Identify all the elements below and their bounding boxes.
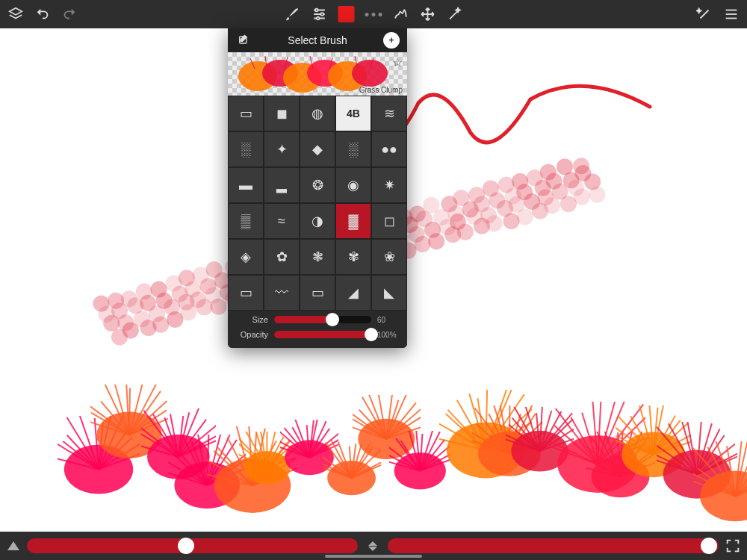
brush-cell[interactable]: ◉ <box>335 167 371 203</box>
brush-cell[interactable]: ░ <box>335 131 371 167</box>
fullscreen-icon[interactable] <box>725 538 741 554</box>
brush-cell[interactable]: ◆ <box>300 131 335 167</box>
brush-thumb-icon: ▬ <box>239 178 252 193</box>
opacity-slider-row: Opacity 100% <box>235 330 400 339</box>
brush-thumb-icon: ◆ <box>312 141 323 158</box>
svg-point-3 <box>315 9 318 12</box>
brush-thumb-icon: ░ <box>241 142 251 158</box>
size-slider[interactable] <box>274 316 371 323</box>
brush-cell[interactable]: ◢ <box>335 275 371 311</box>
favorite-star-icon[interactable]: ☆ <box>392 55 403 69</box>
undo-icon[interactable] <box>34 6 51 22</box>
brush-cell[interactable]: ◣ <box>371 275 407 311</box>
home-indicator <box>325 555 422 558</box>
brush-tool-icon[interactable] <box>285 6 301 22</box>
brush-preview-name: Grass Clump <box>359 86 403 94</box>
brush-thumb-icon: ▓ <box>348 214 358 229</box>
brush-cell[interactable]: ◻ <box>371 203 407 239</box>
brush-cell[interactable]: ✦ <box>264 131 300 167</box>
top-toolbar <box>0 0 747 28</box>
brush-thumb-icon: ▒ <box>241 214 251 229</box>
brush-thumb-icon: ◈ <box>241 249 251 265</box>
brush-cell[interactable]: ◼ <box>264 96 300 131</box>
brush-cell[interactable]: ▬ <box>228 167 264 203</box>
opacity-value: 100% <box>377 331 400 339</box>
redo-icon[interactable] <box>61 6 78 22</box>
brush-sliders: Size 60 Opacity 100% <box>228 311 407 348</box>
brush-picker-header: Select Brush + <box>228 28 407 52</box>
bottom-slider-right[interactable] <box>388 538 719 553</box>
brush-thumb-icon: ◼ <box>276 105 288 122</box>
svg-point-264 <box>700 471 747 522</box>
page-dots <box>365 13 382 16</box>
brush-cell[interactable]: ❃ <box>300 239 335 275</box>
brush-thumb-icon: ●● <box>381 142 397 158</box>
brush-thumb-icon: ▭ <box>240 105 252 122</box>
add-brush-icon[interactable]: + <box>383 32 400 49</box>
brush-thumb-icon: ▂ <box>276 177 287 193</box>
brush-thumb-icon: ▭ <box>240 284 252 301</box>
move-icon[interactable] <box>420 6 436 22</box>
brush-cell[interactable]: 4B <box>335 96 371 131</box>
size-label: Size <box>235 315 268 324</box>
wand-icon[interactable] <box>447 6 463 22</box>
brush-thumb-icon: ▭ <box>311 284 324 301</box>
brush-cell[interactable]: 〰 <box>264 275 300 311</box>
brush-picker-title: Select Brush <box>288 34 347 46</box>
brush-thumb-icon: ❃ <box>312 249 323 265</box>
brush-thumb-icon: ◉ <box>347 177 359 193</box>
opacity-label: Opacity <box>235 330 268 339</box>
magic-icon[interactable] <box>696 6 713 22</box>
brush-cell[interactable]: ✷ <box>371 167 407 203</box>
brush-thumb-icon: ◻ <box>384 213 395 229</box>
brush-thumb-icon: ◢ <box>348 284 359 301</box>
brush-cell[interactable]: ▭ <box>228 96 264 131</box>
brush-picker-panel: Select Brush + ☆ Grass Clump ▭◼◍4B≋░✦◆░●… <box>228 28 407 348</box>
brush-cell[interactable]: ❀ <box>371 239 407 275</box>
smudge-icon[interactable] <box>393 6 409 22</box>
brush-preview: ☆ Grass Clump <box>228 52 407 96</box>
opacity-slider[interactable] <box>274 331 371 338</box>
brush-cell[interactable]: ▂ <box>264 167 300 203</box>
brush-cell[interactable]: ❂ <box>300 167 335 203</box>
size-value: 60 <box>377 316 400 324</box>
brush-cell[interactable]: ◍ <box>300 96 335 131</box>
brush-cell[interactable]: ◈ <box>228 239 264 275</box>
brush-thumb-icon: ✦ <box>276 141 288 158</box>
menu-icon[interactable] <box>723 6 740 22</box>
bottom-slider-left[interactable] <box>27 538 358 553</box>
layers-icon[interactable] <box>7 6 24 22</box>
brush-thumb-icon: ✷ <box>384 177 395 193</box>
svg-point-5 <box>317 17 320 20</box>
brush-thumb-icon: ≋ <box>384 105 395 122</box>
brush-cell[interactable]: ░ <box>228 131 264 167</box>
brush-cell[interactable]: ≈ <box>264 203 300 239</box>
color-swatch[interactable] <box>338 6 355 22</box>
brush-grid: ▭◼◍4B≋░✦◆░●●▬▂❂◉✷▒≈◑▓◻◈✿❃✾❀▭〰▭◢◣ <box>228 96 407 311</box>
brush-cell[interactable]: ●● <box>371 131 407 167</box>
svg-point-4 <box>320 13 323 16</box>
brush-cell[interactable]: ≋ <box>371 96 407 131</box>
brush-thumb-icon: ✾ <box>348 249 359 265</box>
collapse-left-icon[interactable] <box>6 538 21 553</box>
brush-cell[interactable]: ▭ <box>228 275 264 311</box>
brush-thumb-icon: ◍ <box>311 105 323 122</box>
mid-expand-icon[interactable] <box>364 537 382 555</box>
svg-line-32 <box>129 388 130 435</box>
svg-point-285 <box>352 60 388 87</box>
canvas-stroke-grass <box>37 337 710 509</box>
brush-thumb-icon: ≈ <box>278 214 285 229</box>
brush-thumb-icon: 〰 <box>275 285 288 301</box>
brush-cell[interactable]: ▓ <box>335 203 371 239</box>
sliders-icon[interactable] <box>311 6 328 22</box>
brush-cell[interactable]: ✾ <box>335 239 371 275</box>
brush-thumb-icon: ◑ <box>311 213 323 229</box>
brush-cell[interactable]: ◑ <box>300 203 335 239</box>
brush-thumb-icon: ✿ <box>276 249 288 265</box>
brush-cell[interactable]: ✿ <box>264 239 300 275</box>
brush-cell[interactable]: ▒ <box>228 203 264 239</box>
brush-cell[interactable]: ▭ <box>300 275 335 311</box>
brush-thumb-icon: ❀ <box>384 249 395 265</box>
size-slider-row: Size 60 <box>235 315 400 324</box>
edit-brush-icon[interactable] <box>235 32 252 49</box>
